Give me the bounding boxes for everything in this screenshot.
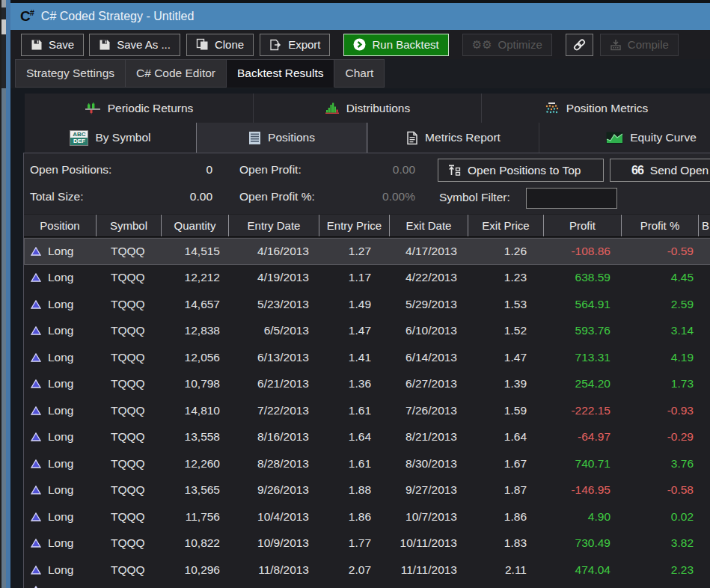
col-header-exit-price[interactable]: Exit Price — [468, 215, 544, 236]
optimize-button[interactable]: ⚙⚙ Optimize — [462, 34, 552, 56]
profit-cell: -146.95 — [544, 477, 622, 504]
entry-price-cell: 1.41 — [319, 344, 390, 371]
col-header-clipped[interactable]: B — [699, 215, 710, 236]
tab-position-metrics[interactable]: Position Metrics — [481, 94, 710, 123]
tab-equity-curve[interactable]: Equity Curve — [539, 123, 710, 153]
clipped-cell — [699, 344, 710, 371]
col-header-entry-date[interactable]: Entry Date — [229, 215, 319, 236]
profit-pct-cell: 2.59 — [622, 291, 699, 318]
table-row[interactable]: Long TQQQ 14,515 4/16/2013 1.27 4/17/201… — [24, 238, 710, 265]
table-row[interactable]: Long TQQQ 12,056 6/13/2013 1.41 6/14/201… — [24, 344, 710, 371]
table-row[interactable]: Long TQQQ 14,810 7/22/2013 1.61 7/26/201… — [24, 397, 710, 424]
position-cell: Long — [24, 557, 97, 584]
symbol-cell: TQQQ — [97, 344, 162, 371]
tab-by-symbol[interactable]: ABCDEF By Symbol — [25, 123, 196, 153]
compile-icon — [610, 39, 622, 51]
quantity-cell: 13,565 — [162, 477, 229, 504]
quantity-cell: 12,838 — [162, 318, 229, 345]
long-triangle-icon — [31, 300, 41, 309]
entry-price-cell: 2.07 — [319, 557, 390, 584]
table-row[interactable]: Long TQQQ 13,565 9/26/2013 1.88 9/27/201… — [24, 477, 710, 504]
table-row[interactable]: Long TQQQ 12,212 4/19/2013 1.17 4/22/201… — [24, 265, 710, 292]
entry-date-cell: 10/9/2013 — [229, 530, 319, 557]
profit-pct-cell: -0.58 — [622, 477, 699, 504]
titlebar[interactable]: C# C# Coded Strategy - Untitled — [10, 3, 710, 30]
entry-price-cell: 1.47 — [319, 318, 390, 345]
profit-cell: 254.20 — [544, 371, 622, 398]
symbol-cell — [97, 584, 162, 588]
long-triangle-icon — [31, 247, 41, 256]
export-button[interactable]: Export — [260, 34, 330, 56]
backtest-results-panel: Periodic Returns Distributions — [10, 88, 710, 588]
metrics-report-icon — [406, 131, 418, 145]
col-header-symbol[interactable]: Symbol — [97, 215, 162, 236]
col-header-exit-date[interactable]: Exit Date — [390, 215, 468, 236]
window-title: C# Coded Strategy - Untitled — [41, 10, 195, 23]
open-profit-value: 0.00 — [284, 163, 415, 177]
tab-backtest-results[interactable]: Backtest Results — [227, 59, 334, 88]
exit-price-cell: 1.87 — [468, 477, 544, 504]
entry-date-cell: 7/22/2013 — [229, 397, 319, 424]
link-button[interactable] — [566, 34, 593, 56]
table-row[interactable]: Long TQQQ 11,756 10/4/2013 1.86 10/7/201… — [24, 503, 710, 530]
tab-distributions[interactable]: Distributions — [253, 94, 481, 123]
run-backtest-button[interactable]: Run Backtest — [343, 34, 448, 56]
positions-list-icon — [248, 131, 261, 145]
table-row[interactable]: Long TQQQ 10,798 6/21/2013 1.36 6/27/201… — [24, 371, 710, 398]
long-triangle-icon — [31, 353, 41, 362]
symbol-cell: TQQQ — [97, 291, 162, 318]
exit-date-cell: 6/10/2013 — [390, 318, 468, 345]
col-header-quantity[interactable]: Quantity — [162, 215, 229, 236]
profit-cell: 593.76 — [544, 318, 622, 345]
col-header-profit-pct[interactable]: Profit % — [622, 215, 699, 236]
profit-pct-cell: -0.59 — [622, 238, 699, 265]
col-header-entry-price[interactable]: Entry Price — [319, 215, 390, 236]
exit-date-cell: 10/11/2013 — [390, 530, 468, 557]
total-size-label: Total Size: — [30, 190, 84, 203]
table-row[interactable]: Long TQQQ 13,558 8/16/2013 1.64 8/21/201… — [24, 424, 710, 451]
save-button[interactable]: Save — [21, 34, 84, 56]
table-row[interactable]: Long TQQQ 12,260 8/28/2013 1.61 8/30/201… — [24, 450, 710, 477]
tab-chart[interactable]: Chart — [334, 59, 385, 88]
clone-button[interactable]: Clone — [186, 34, 254, 56]
total-size-value: 0.00 — [129, 190, 212, 203]
send-open-positions-button[interactable]: 66 Send Open P — [610, 159, 710, 182]
profit-pct-cell: -0.93 — [622, 397, 699, 424]
long-triangle-icon — [31, 459, 41, 468]
col-header-profit[interactable]: Profit — [544, 215, 622, 236]
by-symbol-icon: ABCDEF — [70, 130, 88, 146]
exit-date-cell: 6/14/2013 — [390, 344, 468, 371]
clipped-cell — [699, 477, 710, 504]
tab-metrics-report[interactable]: Metrics Report — [367, 123, 539, 153]
table-row[interactable]: Long TQQQ 10,822 10/9/2013 1.77 10/11/20… — [24, 530, 710, 557]
open-positions-to-top-button[interactable]: Open Positions to Top — [438, 159, 604, 182]
compile-button[interactable]: Compile — [600, 34, 679, 56]
equity-curve-icon — [606, 132, 623, 144]
exit-date-cell: 11/11/2013 — [390, 557, 468, 584]
table-row[interactable]: Long TQQQ 10,296 11/8/2013 2.07 11/11/20… — [24, 557, 710, 584]
profit-cell — [544, 584, 622, 588]
tab-positions[interactable]: Positions — [196, 123, 367, 153]
table-row-partial[interactable] — [24, 584, 710, 588]
table-row[interactable]: Long TQQQ 12,838 6/5/2013 1.47 6/10/2013… — [24, 318, 710, 345]
table-row[interactable]: Long TQQQ 14,657 5/23/2013 1.49 5/29/201… — [24, 291, 710, 318]
result-tab-row-1: Periodic Returns Distributions — [25, 94, 710, 123]
tab-code-editor[interactable]: C# Code Editor — [126, 59, 227, 88]
exit-price-cell: 1.67 — [468, 450, 544, 477]
col-header-position[interactable]: Position — [24, 215, 97, 236]
quantity-cell: 10,798 — [162, 371, 229, 398]
entry-date-cell — [229, 584, 319, 588]
position-cell: Long — [24, 397, 97, 424]
tab-strategy-settings[interactable]: Strategy Settings — [15, 59, 126, 88]
symbol-cell: TQQQ — [97, 477, 162, 504]
positions-table-header[interactable]: Position Symbol Quantity Entry Date Entr… — [24, 215, 710, 237]
tab-periodic-returns[interactable]: Periodic Returns — [25, 94, 253, 123]
profit-pct-cell: 3.14 — [622, 318, 699, 345]
long-triangle-icon — [31, 486, 41, 494]
save-as-button[interactable]: Save As ... — [89, 34, 180, 56]
app-window: C# C# Coded Strategy - Untitled Save Sav… — [0, 0, 710, 588]
open-positions-label: Open Positions: — [30, 163, 111, 177]
symbol-filter-input[interactable] — [526, 188, 617, 209]
position-metrics-icon — [544, 102, 560, 114]
profit-pct-cell: 4.45 — [622, 265, 699, 292]
